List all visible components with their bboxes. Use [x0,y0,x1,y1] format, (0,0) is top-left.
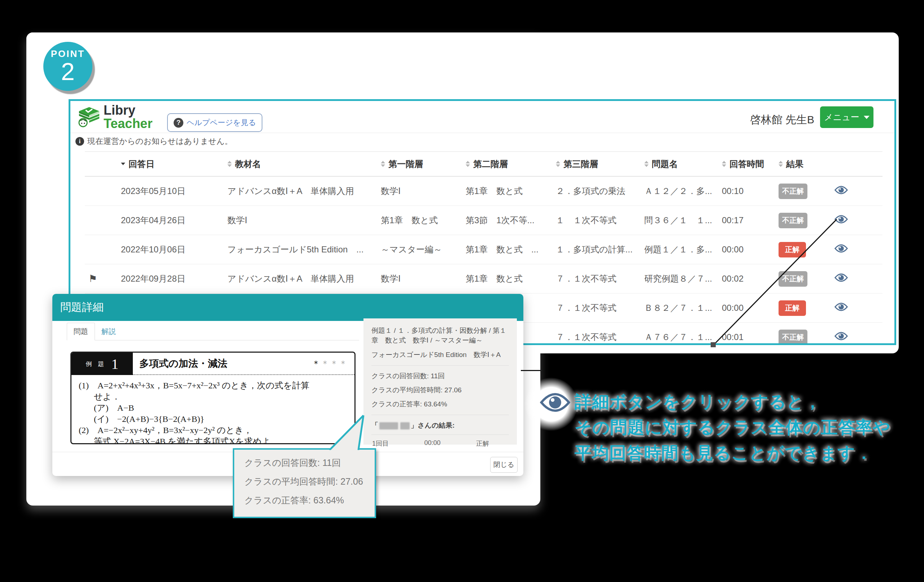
cell-time: 00:17 [713,215,774,225]
cell-tier1: ～マスター編～ [370,244,457,255]
column-header-problem[interactable]: 問題名 [635,158,713,170]
cell-tier3: １．多項式の計算... [547,244,635,255]
table-row: 2023年04月26日 数学Ⅰ 第1章 数と式 第3節 1次不等... １ １次… [85,206,883,235]
close-button[interactable]: 閉じる [490,457,518,473]
sort-icon [121,163,125,165]
cell-tier2: 第3節 1次不等... [457,215,547,226]
difficulty-stars: ＊＊＊＊ [312,358,348,369]
teacher-name: 啓林館 先生B [750,112,814,127]
annotation-line: その問題に対するクラス全体の正答率や [574,414,891,440]
stat-average-time: クラスの平均回答時間: 27.06 [371,385,509,395]
caret-down-icon [864,116,870,119]
cell-tier3: ２．多項式の乗法 [547,185,635,197]
tab-explanation[interactable]: 解説 [95,323,122,340]
sort-icon [779,161,783,167]
notice-bar: i 現在運営からのお知らせはありません。 [76,136,233,147]
column-header-tier3[interactable]: 第三階層 [547,158,635,170]
tab-problem[interactable]: 問題 [67,323,95,340]
cell-tier2: 第1章 数と式 [457,185,547,197]
column-header-label: 回答時間 [729,158,764,170]
result-badge: 不正解 [779,184,807,199]
table-row: 2022年10月06日 フォーカスゴールド5th Edition ... ～マス… [85,235,883,264]
eye-detail-button[interactable] [835,302,848,312]
cell-tier3: ７．１次不等式 [547,273,635,284]
problem-line: (ア) A−B [79,403,347,414]
problem-card: 例 題 1 多項式の加法・減法 ＊＊＊＊ (1) A=2+x²+4x³+3x，B… [70,352,356,444]
cell-date: 2022年09月28日 [112,273,216,284]
stat-correct-rate: クラスの正答率: 63.64% [371,400,509,409]
column-header-label: 結果 [786,158,804,170]
cell-tier3: １ １次不等式 [547,215,635,226]
table-row: ⚑ 2022年09月28日 アドバンスα数Ⅰ＋A 単体購入用 数学Ⅰ 第1章 数… [85,264,883,294]
cell-time: 00:00 [713,245,774,255]
column-header-time[interactable]: 回答時間 [713,158,774,170]
eye-annotation-icon [540,391,570,413]
cell-problem: 研究例題８／７... [635,273,713,284]
cell-tier1: 第1章 数と式 [370,215,457,226]
header-divider [70,133,894,133]
point-badge-label: POINT [51,49,85,58]
table-header-row: 回答日 教材名 第一階層 第二階層 第三階層 問題名 [85,151,883,177]
modal-title: 問題詳細 [60,300,104,315]
cell-date: 2022年10月06日 [112,244,216,255]
modal-tab-bar: 問題 解説 [67,324,359,340]
cell-problem: Ａ７６／７．１... [635,331,713,343]
column-header-label: 第一階層 [388,158,423,170]
column-header-result[interactable]: 結果 [774,158,827,170]
column-header-label: 第三階層 [563,158,598,170]
help-button[interactable]: ? ヘルプページを見る [167,113,262,132]
cell-tier1: 数学Ⅰ [370,273,457,284]
cell-date: 2023年04月26日 [112,215,216,226]
cell-tier3: ７．１次不等式 [547,331,635,343]
problem-line: (2) A=−2x²−xy+4y²，B=3x²−xy−2y² のとき， [79,425,347,436]
column-header-tier2[interactable]: 第二階層 [457,158,547,170]
sort-icon [465,161,470,167]
problem-line: 等式 X−2A=3X−4B を満たす多項式Xを求めよ． [79,436,347,444]
question-icon: ? [173,118,183,128]
cell-textbook: フォーカスゴールド5th Edition ... [216,244,370,255]
problem-title: 多項式の加法・減法 [139,357,228,370]
sort-icon [722,161,726,167]
callout-line: クラスの回答回数: 11回 [244,457,375,469]
problem-line: (イ) −2(A+B)−3{B−2(A+B)} [79,414,347,425]
table-row: 2023年05月10日 アドバンスα数Ⅰ＋A 単体購入用 数学Ⅰ 第1章 数と式… [85,177,883,206]
sort-icon [556,161,560,167]
cell-time: 00:00 [713,303,774,313]
cell-problem: Ｂ８２／７．１... [635,302,713,314]
eye-detail-button[interactable] [835,273,848,282]
redacted-name [400,422,410,429]
eye-detail-button[interactable] [835,185,848,195]
problem-line: せよ． [79,391,347,403]
libry-teacher-logo: Libry Teacher [78,104,152,130]
column-header-tier1[interactable]: 第一階層 [370,158,457,170]
class-stats-panel: 例題１ / １．多項式の計算・因数分解 / 第１章 数と式 数学Ⅰ / ～マスタ… [363,318,517,445]
cell-tier2: 第1章 数と式 ... [457,244,547,255]
cell-problem: 問３６／１ １... [635,215,713,226]
point-badge: POINT 2 [43,42,92,91]
modal-header: 問題詳細 [52,294,523,321]
problem-breadcrumb: 例題１ / １．多項式の計算・因数分解 / 第１章 数と式 数学Ⅰ / ～マスタ… [371,326,509,345]
cell-time: 00:02 [713,274,774,284]
connector-line [521,370,540,371]
annotation-line: 詳細ボタンをクリックすると， [574,389,891,414]
column-header-textbook[interactable]: 教材名 [216,158,370,170]
result-badge: 正解 [779,300,806,316]
flag-icon: ⚑ [88,273,97,284]
cell-textbook: 数学Ⅰ [216,215,370,226]
logo-text-libry: Libry [104,104,152,117]
logo-text-teacher: Teacher [104,117,152,130]
eye-detail-button[interactable] [835,244,848,253]
sort-icon [381,161,385,167]
callout-line: クラスの平均回答時間: 27.06 [244,476,375,488]
textbook-name: フォーカスゴールド5th Edition 数学Ⅰ＋A [371,350,509,360]
menu-button[interactable]: メニュー [820,106,873,128]
sort-icon [228,161,232,167]
annotation-line: 平均回答時間も見ることができます． [574,440,891,465]
callout-line: クラスの正答率: 63.64% [244,494,375,506]
cell-date: 2023年05月10日 [112,185,216,197]
column-header-date[interactable]: 回答日 [112,158,216,170]
cell-tier1: 数学Ⅰ [370,185,457,197]
problem-body: (1) A=2+x²+4x³+3x，B=5x−7+x²−2x³ のとき，次の式を… [71,375,355,444]
annotation-text: 詳細ボタンをクリックすると， その問題に対するクラス全体の正答率や 平均回答時間… [574,389,891,465]
eye-detail-button[interactable] [835,331,848,341]
